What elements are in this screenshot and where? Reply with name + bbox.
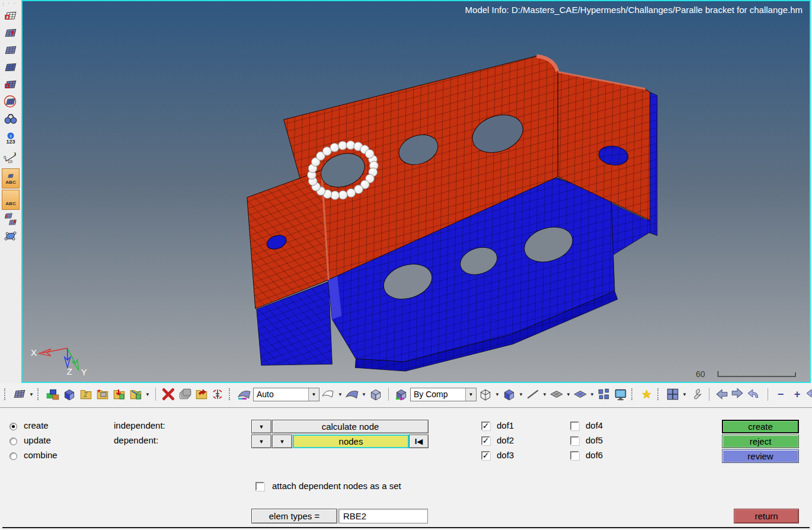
solid-geometry-button[interactable] — [368, 387, 383, 402]
card-editor-button[interactable] — [78, 387, 94, 402]
visualization-options-button[interactable] — [596, 387, 612, 402]
translate-button[interactable] — [95, 387, 110, 402]
graphics-viewport[interactable]: Model Info: D:/Masters_CAE/Hypermesh/Cha… — [21, 0, 811, 383]
dof2-label[interactable]: dof2 — [497, 435, 514, 445]
undo-view-button[interactable] — [747, 387, 763, 402]
spherical-clip-button[interactable] — [2, 94, 19, 110]
reject-button[interactable]: reject — [722, 435, 799, 448]
window-layout-button[interactable] — [665, 387, 680, 402]
dependent-selector-dropdown[interactable]: ▼ — [251, 435, 271, 448]
numbers-display-button[interactable]: i 123 — [2, 128, 19, 148]
dof5-label[interactable]: dof5 — [586, 435, 603, 445]
reload-model-button[interactable] — [194, 387, 209, 402]
nodes-collector[interactable]: nodes — [293, 435, 409, 448]
calculate-node-button[interactable]: calculate node — [272, 420, 429, 433]
dof2-checkbox[interactable]: ✓ — [481, 436, 490, 445]
find-binoculars-button[interactable] — [2, 111, 19, 127]
toolbar-drag-handle[interactable] — [229, 388, 232, 400]
toolbar-drag-handle[interactable] — [4, 388, 8, 400]
dropdown-caret-icon[interactable]: ▼ — [682, 392, 688, 397]
label-components-button[interactable]: ABC — [2, 168, 20, 189]
dependent-entity-dropdown[interactable]: ▼ — [272, 435, 292, 448]
element-2d-button[interactable] — [549, 387, 564, 402]
elem-types-button[interactable]: elem types = — [251, 509, 337, 523]
dof1-label[interactable]: dof1 — [497, 420, 514, 430]
toolbar-drag-handle[interactable] — [657, 388, 661, 400]
color-button[interactable] — [62, 387, 77, 402]
create-button[interactable]: create — [722, 420, 799, 433]
label-loads-button[interactable]: ABC — [2, 190, 20, 210]
dof3-checkbox[interactable]: ✓ — [481, 451, 490, 460]
svg-text:10: 10 — [8, 159, 12, 164]
dropdown-caret-icon[interactable]: ▼ — [542, 392, 548, 397]
combobox-caret-button[interactable]: ▼ — [465, 388, 476, 401]
radio-combine[interactable] — [9, 452, 17, 460]
forward-arrow-button[interactable] — [731, 387, 746, 402]
dof3-label[interactable]: dof3 — [497, 450, 514, 460]
attach-set-label[interactable]: attach dependent nodes as a set — [272, 481, 401, 491]
options-wrench-button[interactable] — [689, 387, 704, 402]
elem-type-input[interactable] — [338, 509, 428, 523]
back-arrow-button[interactable] — [714, 387, 730, 402]
dropdown-caret-icon[interactable]: ▼ — [565, 392, 571, 397]
mask-button[interactable] — [177, 387, 193, 402]
systems-button[interactable] — [128, 387, 143, 402]
elements-display-button[interactable] — [2, 42, 19, 58]
geometry-display-button[interactable] — [2, 8, 19, 24]
renumber-button[interactable] — [210, 387, 226, 402]
performance-monitor-button[interactable] — [613, 387, 628, 402]
reverse-button[interactable]: I◀ — [409, 435, 429, 448]
shaded-elements-button[interactable] — [2, 59, 19, 75]
zoom-out-button[interactable]: − — [773, 387, 788, 402]
dof4-checkbox[interactable] — [570, 422, 579, 430]
dof6-checkbox[interactable] — [570, 451, 579, 460]
dropdown-caret-icon[interactable]: ▼ — [28, 392, 34, 397]
redo-view-button[interactable] — [806, 387, 812, 402]
organize-button[interactable] — [45, 387, 60, 402]
geometry-shading-combobox[interactable]: Auto ▼ — [253, 388, 319, 401]
independent-selector-dropdown[interactable]: ▼ — [251, 420, 271, 433]
dropdown-caret-icon[interactable]: ▼ — [518, 392, 524, 397]
measure-scale-button[interactable]: 0 1 10 — [2, 149, 19, 167]
shaded-elements-button[interactable] — [501, 387, 517, 402]
favorites-star-button[interactable]: ★ — [639, 387, 654, 402]
main-toolbar: ▼ ▼ Auto ▼ ▼ ▼ By Comp ▼ ▼ ▼ — [0, 384, 812, 404]
element-handles-button[interactable] — [2, 76, 19, 92]
delete-button[interactable] — [161, 387, 176, 402]
attach-set-checkbox[interactable] — [255, 482, 264, 491]
wireframe-elements-button[interactable] — [478, 387, 493, 402]
find-attached-button[interactable] — [111, 387, 127, 402]
dropdown-caret-icon[interactable]: ▼ — [337, 392, 343, 397]
radio-update-label[interactable]: update — [24, 435, 51, 445]
svg-text:i: i — [10, 133, 11, 139]
toolbar-drag-handle[interactable] — [631, 388, 635, 400]
radio-create-label[interactable]: create — [24, 420, 49, 430]
zoom-in-button[interactable]: + — [789, 387, 805, 402]
dropdown-caret-icon[interactable]: ▼ — [361, 392, 367, 397]
dropdown-caret-icon[interactable]: ▼ — [145, 392, 151, 397]
radio-update[interactable] — [9, 438, 17, 445]
dropdown-caret-icon[interactable]: ▼ — [589, 392, 595, 397]
radio-create[interactable] — [9, 423, 17, 430]
combobox-caret-button[interactable]: ▼ — [308, 388, 319, 401]
wireframe-geometry-button[interactable] — [321, 387, 336, 402]
element-3d-button[interactable] — [573, 387, 588, 402]
element-1d-button[interactable] — [525, 387, 541, 402]
dof1-checkbox[interactable]: ✓ — [481, 422, 490, 430]
flip-normals-button[interactable] — [2, 211, 19, 227]
radio-combine-label[interactable]: combine — [24, 450, 57, 460]
panel-grid-button[interactable] — [12, 387, 27, 402]
dof4-label[interactable]: dof4 — [586, 420, 603, 430]
dropdown-caret-icon[interactable]: ▼ — [494, 392, 500, 397]
toolbar-drag-handle[interactable]: · · · · — [2, 2, 19, 7]
shaded-geometry-button[interactable] — [344, 387, 360, 402]
toolbar-drag-handle[interactable] — [37, 388, 41, 400]
mesh-display-button[interactable] — [2, 25, 19, 41]
element-color-value: By Comp — [411, 389, 465, 399]
dof5-checkbox[interactable] — [570, 436, 579, 445]
element-color-combobox[interactable]: By Comp ▼ — [410, 388, 477, 401]
surface-handles-button[interactable] — [2, 228, 19, 244]
review-button[interactable]: review — [722, 449, 799, 463]
dof6-label[interactable]: dof6 — [586, 450, 603, 460]
return-button[interactable]: return — [734, 509, 799, 523]
